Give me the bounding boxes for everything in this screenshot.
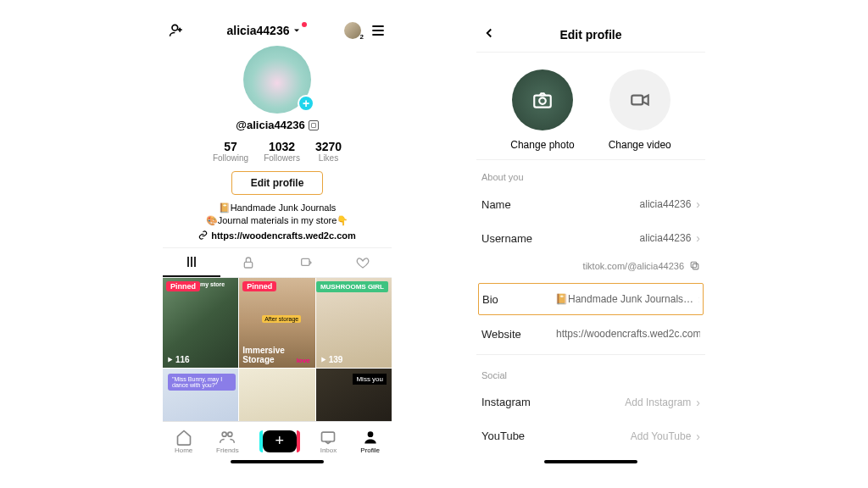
chevron-right-icon: ›: [698, 292, 699, 306]
video-overlay-badge: After storage: [262, 315, 301, 323]
username-dropdown[interactable]: alicia44236: [227, 24, 303, 37]
name-value: alicia44236 ›: [640, 197, 700, 211]
instagram-row[interactable]: Instagram Add Instagram ›: [476, 385, 705, 419]
change-video-label: Change video: [609, 139, 671, 151]
likes-stat[interactable]: 3270 Likes: [315, 140, 342, 163]
youtube-row[interactable]: YouTube Add YouTube ›: [476, 419, 705, 453]
friends-icon: [219, 429, 236, 446]
bio-label: Bio: [482, 293, 498, 306]
notification-dot: [302, 22, 307, 27]
media-section: Change photo Change video: [476, 53, 705, 160]
qr-code-icon[interactable]: [309, 120, 319, 130]
copy-icon: [689, 260, 700, 271]
bottom-nav: Home Friends + Inbox Profile: [163, 421, 392, 460]
svg-point-6: [367, 431, 373, 437]
tab-locked[interactable]: [220, 248, 278, 277]
video-thumbnail[interactable]: Miss you: [316, 369, 392, 421]
followers-label: Followers: [264, 153, 300, 163]
followers-stat[interactable]: 1032 Followers: [264, 140, 300, 163]
photo-preview: [512, 69, 573, 130]
profile-url-row[interactable]: tiktok.com/@alicia44236: [476, 255, 705, 281]
chevron-right-icon: ›: [696, 231, 700, 245]
svg-point-3: [223, 432, 227, 436]
instagram-label: Instagram: [481, 396, 531, 408]
play-icon: [320, 356, 327, 363]
grid-icon: [185, 255, 198, 269]
nav-profile[interactable]: Profile: [360, 429, 380, 454]
pinned-badge: Pinned: [242, 281, 276, 291]
bio-line-1: 📔Handmade Junk Journals: [163, 202, 392, 214]
bio-value: 📔Handmade Junk Journals… ›: [555, 292, 699, 306]
username-label: Username: [481, 232, 532, 245]
video-caption: Miss you: [353, 374, 387, 385]
username-value: alicia44236 ›: [640, 231, 700, 245]
pinned-badge: Pinned: [166, 281, 200, 291]
chevron-right-icon: ›: [696, 430, 700, 443]
svg-point-4: [228, 432, 232, 436]
inbox-icon: [320, 429, 337, 446]
tab-liked[interactable]: [335, 248, 392, 277]
change-photo-button[interactable]: Change photo: [510, 69, 574, 151]
svg-rect-5: [322, 432, 335, 441]
username-row[interactable]: Username alicia44236 ›: [476, 221, 705, 255]
social-section-title: Social: [476, 358, 705, 385]
bio-text: 📔Handmade Junk Journals 🎨Journal materia…: [163, 202, 392, 228]
youtube-value: Add YouTube ›: [631, 430, 700, 443]
view-count: 116: [166, 355, 190, 364]
home-indicator: [544, 460, 637, 463]
username-text: alicia44236: [227, 24, 290, 37]
profile-url-text: tiktok.com/@alicia44236: [583, 261, 684, 271]
instagram-value: Add Instagram ›: [625, 396, 700, 409]
link-icon: [198, 230, 208, 240]
topbar: alicia44236: [163, 17, 392, 46]
website-row[interactable]: Website https://woodencrafts.wed2c.com ›: [476, 317, 705, 351]
profile-screen: alicia44236 + @alicia44236 57 Following …: [163, 17, 392, 466]
video-thumbnail[interactable]: [239, 369, 314, 421]
video-thumbnail[interactable]: Pinned my store 116: [163, 278, 238, 368]
back-button[interactable]: [481, 25, 497, 44]
nav-friends[interactable]: Friends: [216, 429, 239, 454]
svg-point-0: [172, 25, 178, 30]
chevron-down-icon: [292, 25, 302, 36]
add-story-button[interactable]: +: [298, 95, 314, 112]
bio-row[interactable]: Bio 📔Handmade Junk Journals… ›: [478, 283, 704, 315]
tab-videos[interactable]: [163, 248, 220, 277]
home-icon: [175, 429, 192, 446]
chevron-left-icon: [481, 25, 497, 41]
svg-rect-9: [632, 96, 643, 105]
bio-line-2: 🎨Journal materials in my store👇: [163, 214, 392, 227]
page-title: Edit profile: [559, 28, 621, 42]
change-video-button[interactable]: Change video: [609, 69, 671, 151]
svg-rect-1: [245, 262, 253, 268]
video-thumbnail[interactable]: Pinned After storage Immersive Storage l…: [239, 278, 314, 368]
svg-point-8: [539, 97, 546, 104]
video-caption: love: [297, 357, 310, 364]
account-switcher-icon[interactable]: [344, 22, 361, 39]
change-photo-label: Change photo: [510, 139, 574, 151]
video-speech-bubble: "Miss Bunny, may I dance with you?": [168, 374, 236, 391]
chevron-right-icon: ›: [696, 197, 700, 211]
bio-link-text: https://woodencrafts.wed2c.com: [211, 230, 356, 241]
video-thumbnail[interactable]: "Miss Bunny, may I dance with you?": [163, 369, 238, 421]
video-caption: Immersive Storage: [242, 346, 284, 364]
edit-profile-screen: Edit profile Change photo Change video A…: [476, 17, 705, 466]
tab-reposts[interactable]: [277, 248, 335, 277]
likes-label: Likes: [315, 153, 342, 163]
menu-icon[interactable]: [370, 22, 387, 39]
nav-home[interactable]: Home: [175, 429, 192, 454]
edit-profile-header: Edit profile: [476, 17, 705, 53]
camera-icon: [531, 89, 554, 111]
bio-link[interactable]: https://woodencrafts.wed2c.com: [163, 230, 392, 241]
followers-count: 1032: [264, 140, 300, 153]
video-thumbnail[interactable]: MUSHROOMS GIRL 139: [316, 278, 392, 368]
edit-profile-button[interactable]: Edit profile: [231, 171, 324, 195]
video-title-badge: MUSHROOMS GIRL: [316, 281, 388, 292]
create-button[interactable]: +: [263, 430, 297, 452]
nav-inbox[interactable]: Inbox: [320, 429, 337, 454]
following-stat[interactable]: 57 Following: [213, 140, 248, 163]
add-friend-icon[interactable]: [168, 22, 185, 39]
svg-rect-11: [691, 262, 697, 268]
profile-avatar-section: +: [163, 46, 392, 114]
name-row[interactable]: Name alicia44236 ›: [476, 187, 705, 221]
following-count: 57: [213, 140, 248, 153]
